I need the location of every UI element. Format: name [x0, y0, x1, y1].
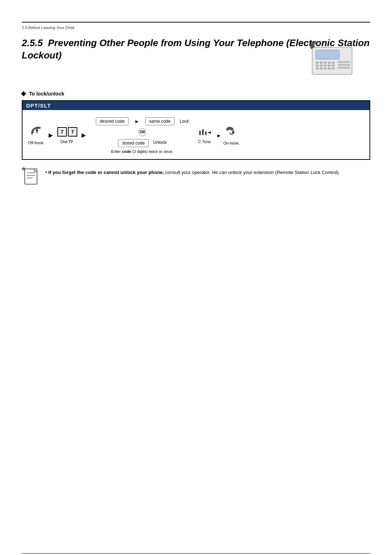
svg-rect-6: [332, 62, 335, 64]
ctone-step: C.Tone: [198, 127, 211, 144]
dpt-slt-box: DPT/SLT Off-hook. ► 7 7: [22, 100, 370, 160]
svg-rect-21: [199, 131, 201, 135]
svg-rect-15: [328, 68, 331, 69]
dpt-content: Off-hook. ► 7 7 Dial 77. ► desired code: [23, 110, 369, 159]
svg-rect-2: [316, 62, 319, 64]
subsection-heading: To lock/unlock: [0, 80, 392, 100]
svg-rect-3: [320, 62, 323, 64]
svg-rect-23: [205, 131, 207, 135]
code-description: Enter code (3 digits) twice or once.: [111, 149, 173, 154]
dial-digit-2: 7: [68, 127, 77, 137]
same-code-box: same code: [145, 117, 175, 125]
arrow-2-icon: ►: [80, 131, 87, 139]
desired-code-box: desired code: [96, 117, 129, 125]
page-container: 2.5 Before Leaving Your Desk 2.5.5 Preve…: [0, 22, 392, 555]
lock-label: Lock: [180, 119, 189, 124]
svg-rect-9: [324, 65, 327, 66]
note-text: • If you forget the code or cannot unloc…: [45, 167, 340, 177]
svg-rect-7: [316, 65, 319, 66]
page-footer: 98 Operation: [22, 553, 370, 555]
svg-rect-18: [338, 64, 350, 66]
svg-rect-20: [36, 127, 41, 129]
offhook-label: Off-hook.: [28, 141, 44, 145]
svg-rect-13: [320, 68, 323, 69]
ctone-icon: [198, 127, 211, 138]
svg-rect-19: [338, 67, 350, 69]
svg-rect-12: [316, 68, 319, 69]
note-area: i • If you forget the code or cannot unl…: [0, 160, 392, 194]
svg-rect-10: [328, 65, 331, 66]
dial-digit-1: 7: [57, 127, 67, 137]
svg-rect-22: [202, 129, 204, 135]
offhook-step: Off-hook.: [28, 126, 44, 145]
onhook-icon: [224, 126, 239, 138]
unlock-label: Unlock: [153, 140, 167, 145]
offhook-icon: [30, 126, 43, 138]
note-document-icon: i: [22, 167, 40, 187]
telephone-image-icon: [309, 40, 356, 80]
svg-rect-5: [328, 62, 331, 64]
dpt-slt-header: DPT/SLT: [23, 101, 369, 110]
svg-rect-16: [332, 68, 335, 69]
arrow-4-icon: ►: [216, 133, 221, 138]
arrow-3-icon: ►: [134, 118, 139, 124]
subsection-heading-text: To lock/unlock: [29, 91, 64, 97]
stored-code-box: stored code: [118, 139, 149, 147]
svg-rect-11: [332, 65, 335, 66]
ctone-label: C.Tone: [198, 139, 211, 144]
code-entry-section: desired code ► same code Lock OR stored …: [96, 117, 189, 154]
stored-code-row: stored code Unlock: [118, 138, 166, 147]
onhook-label: On-hook.: [223, 141, 240, 145]
onhook-step: On-hook.: [223, 126, 240, 145]
section-number: 2.5.5: [22, 37, 43, 48]
svg-rect-14: [324, 68, 327, 69]
dial-step: 7 7 Dial 77.: [57, 127, 77, 144]
or-circle: OR: [138, 128, 146, 136]
diamond-bullet-icon: [21, 91, 26, 96]
arrow-1-icon: ►: [47, 131, 54, 139]
svg-rect-1: [316, 50, 339, 59]
dial-label: Dial 77.: [61, 139, 74, 144]
dial-box: 7 7: [57, 127, 77, 137]
breadcrumb: 2.5 Before Leaving Your Desk: [0, 23, 392, 30]
svg-rect-8: [320, 65, 323, 66]
svg-rect-17: [338, 61, 350, 63]
code-boxes-row: desired code ► same code Lock: [96, 117, 189, 125]
svg-rect-4: [324, 62, 327, 64]
